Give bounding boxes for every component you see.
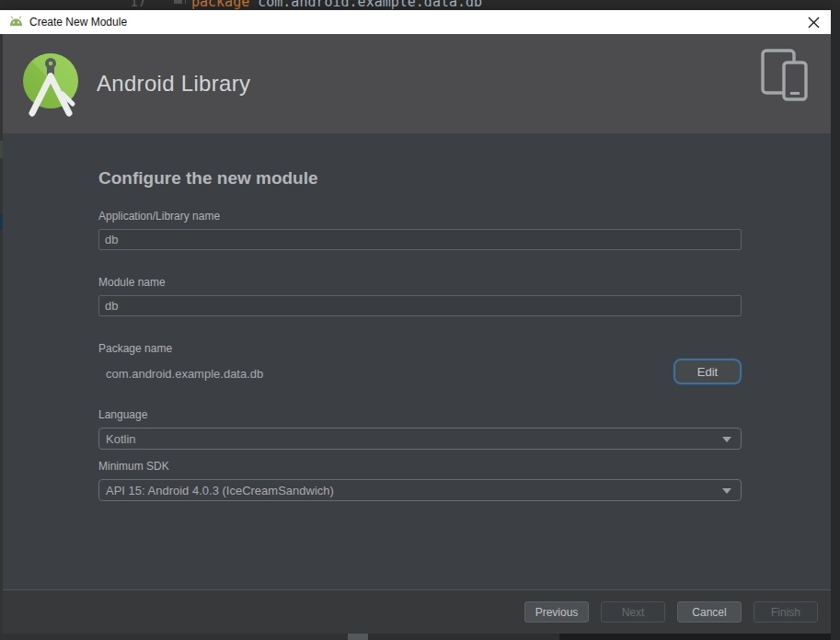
module-name-input[interactable] (98, 295, 742, 316)
ide-bottom-segment (0, 634, 348, 640)
dialog-footer: Previous Next Cancel Finish (0, 589, 831, 634)
next-button[interactable]: Next (601, 601, 665, 623)
ide-left-segment-blue (0, 214, 3, 230)
wizard-title: Android Library (97, 71, 250, 97)
minimum-sdk-selected-value: API 15: Android 4.0.3 (IceCreamSandwich) (106, 484, 334, 497)
edit-package-button[interactable]: Edit (673, 359, 742, 384)
language-label: Language (98, 408, 147, 421)
code-fold-marker (174, 0, 182, 4)
dialog-title: Create New Module (29, 16, 127, 29)
ide-bottom-edge-strip (0, 634, 840, 640)
minimum-sdk-label: Minimum SDK (98, 460, 169, 473)
finish-button[interactable]: Finish (754, 601, 818, 623)
language-dropdown[interactable]: Kotlin (98, 428, 742, 450)
ide-bottom-segment (348, 634, 368, 640)
close-icon[interactable] (804, 13, 823, 31)
screen: 17 package com.android.example.data.db C… (0, 0, 840, 640)
create-new-module-dialog: Create New Module (0, 10, 831, 634)
chevron-down-icon (722, 437, 731, 442)
line-number: 17 (130, 0, 146, 10)
package-name-value: com.android.example.data.db (106, 367, 263, 381)
ide-bottom-segment (368, 634, 559, 640)
code-text: package com.android.example.data.db (191, 0, 482, 10)
ide-bottom-segment (559, 634, 831, 640)
module-name-label: Module name (98, 276, 166, 289)
language-selected-value: Kotlin (106, 432, 136, 446)
chevron-down-icon (722, 488, 731, 494)
ide-right-edge-strip (831, 10, 840, 640)
gutter-divider (185, 0, 186, 4)
minimum-sdk-dropdown[interactable]: API 15: Android 4.0.3 (IceCreamSandwich) (98, 479, 742, 501)
ide-left-edge-strip (0, 34, 3, 634)
wizard-header: Android Library (0, 34, 831, 133)
app-library-name-input[interactable] (98, 229, 742, 250)
code-keyword: package (191, 0, 249, 10)
package-name-label: Package name (98, 342, 172, 355)
ide-editor-strip: 17 package com.android.example.data.db (0, 0, 840, 10)
android-studio-logo (23, 51, 78, 117)
form-heading: Configure the new module (98, 168, 318, 189)
tablet-and-phone-icon (760, 47, 811, 104)
android-head-icon (8, 16, 24, 29)
code-package-path: com.android.example.data.db (249, 0, 482, 10)
previous-button[interactable]: Previous (524, 601, 589, 623)
ide-left-segment-green (0, 141, 3, 158)
form-body: Configure the new module Application/Lib… (0, 133, 831, 589)
cancel-button[interactable]: Cancel (677, 601, 742, 623)
dialog-titlebar: Create New Module (0, 10, 831, 34)
app-library-name-label: Application/Library name (98, 210, 220, 223)
